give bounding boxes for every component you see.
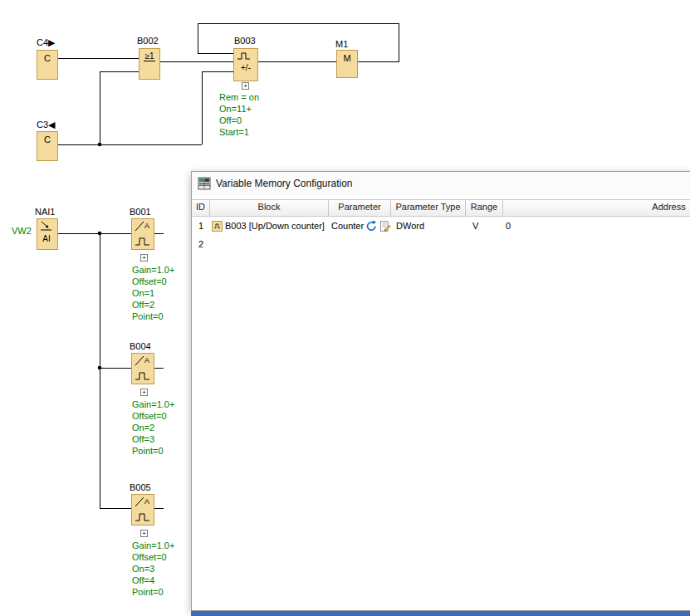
expand-toggle-b004[interactable]: + (140, 389, 148, 396)
block-parameter-text: Off=0 (219, 115, 259, 126)
pin-address-vw2: VW2 (12, 226, 32, 236)
block-nai1-analog-input[interactable]: AI (37, 218, 58, 250)
cell-parameter: Counter (329, 220, 391, 232)
block-b003-updown-counter[interactable]: +/- (233, 48, 258, 81)
block-parameter-text: Gain=1.0+ (132, 398, 174, 410)
block-label-b002: B002 (137, 36, 159, 46)
block-parameter-text: On=11+ (219, 103, 259, 115)
svg-text:A: A (144, 222, 149, 230)
block-label-b005: B005 (130, 482, 151, 492)
table-row[interactable]: 2 (192, 235, 690, 253)
block-parameter-text: Rem = on (219, 91, 259, 103)
edit-icon[interactable] (379, 220, 391, 232)
parameters-b001: Gain=1.0+ Offset=0 On=1 Off=2 Point=0 (132, 264, 174, 322)
block-parameter-text: On=3 (132, 563, 174, 574)
block-parameter-text: Gain=1.0+ (132, 264, 174, 276)
block-parameter-text: Offset=0 (132, 551, 174, 563)
block-parameter-text: Off=4 (132, 574, 174, 586)
block-parameter-text: On=1 (132, 287, 174, 299)
block-label-b004: B004 (130, 341, 151, 351)
refresh-icon[interactable] (365, 220, 377, 232)
dialog-title: Variable Memory Configuration (216, 178, 353, 189)
block-parameter-text: Start=1 (219, 126, 259, 138)
cursor-key-symbol: C (44, 134, 51, 144)
column-header-parameter-type[interactable]: Parameter Type (391, 200, 466, 216)
block-b002-or-gate[interactable]: ≥1 (139, 48, 160, 80)
block-parameter-text: Point=0 (132, 310, 174, 322)
or-gate-symbol: ≥1 (144, 51, 154, 61)
analog-input-icon: AI (37, 219, 57, 249)
block-parameter-text: Offset=0 (132, 276, 174, 287)
parameters-b004: Gain=1.0+ Offset=0 On=2 Off=3 Point=0 (132, 398, 174, 457)
table-row[interactable]: 1 B003 [Up/Down counter] Counter (192, 217, 690, 235)
column-header-parameter[interactable]: Parameter (329, 200, 391, 216)
column-header-address[interactable]: Address (503, 200, 690, 216)
cell-address[interactable]: 0 (503, 221, 690, 231)
analog-threshold-icon: A (132, 354, 154, 384)
analog-threshold-icon: A (132, 495, 154, 525)
parameters-b005: Gain=1.0+ Offset=0 On=3 Off=4 Point=0 (132, 540, 174, 598)
variable-memory-icon (198, 177, 211, 190)
block-label-nai1: NAI1 (35, 207, 55, 217)
cell-range: V (466, 221, 503, 231)
parameters-b003: Rem = on On=11+ Off=0 Start=1 (219, 91, 259, 138)
block-parameter-text: Off=3 (132, 433, 174, 445)
block-c4-cursor-key[interactable]: C (37, 50, 58, 80)
block-b005-analog-threshold-trigger[interactable]: A (131, 494, 154, 526)
cell-block: B003 [Up/Down counter] (210, 221, 329, 232)
block-m1-flag[interactable]: M (336, 50, 358, 78)
cursor-key-symbol: C (44, 53, 51, 63)
analog-threshold-icon: A (132, 219, 154, 249)
variable-memory-config-window: Variable Memory Configuration ID Block P… (191, 171, 690, 611)
block-b001-analog-threshold-trigger[interactable]: A (131, 218, 154, 250)
block-b004-analog-threshold-trigger[interactable]: A (131, 353, 154, 384)
dialog-titlebar[interactable]: Variable Memory Configuration (192, 172, 690, 195)
flag-symbol: M (343, 53, 350, 63)
cell-id: 1 (192, 221, 210, 231)
cell-parameter-text: Counter (331, 221, 364, 231)
block-parameter-text: Point=0 (132, 445, 174, 457)
table-header: ID Block Parameter Parameter Type Range … (192, 199, 690, 217)
mini-block-icon (212, 221, 223, 232)
block-c3-cursor-key[interactable]: C (37, 131, 58, 161)
expand-toggle-b003[interactable]: + (242, 82, 249, 90)
block-parameter-text: Offset=0 (132, 410, 174, 422)
svg-text:+/-: +/- (241, 63, 251, 72)
window-bottom-edge (191, 611, 690, 616)
column-header-id[interactable]: ID (192, 200, 210, 216)
block-parameter-text: Off=2 (132, 299, 174, 310)
block-parameter-text: Gain=1.0+ (132, 540, 174, 551)
expand-toggle-b005[interactable]: + (140, 530, 148, 537)
block-parameter-text: Point=0 (132, 586, 174, 598)
expand-toggle-b001[interactable]: + (140, 254, 148, 262)
block-label-c3: C3◀ (37, 120, 56, 130)
updown-counter-icon: +/- (234, 49, 257, 79)
block-label-m1: M1 (335, 39, 348, 49)
cell-id: 2 (192, 239, 210, 249)
block-label-c4: C4▶ (37, 37, 56, 48)
block-label-b003: B003 (234, 36, 256, 46)
column-header-block[interactable]: Block (210, 200, 329, 216)
svg-text:AI: AI (42, 234, 50, 243)
svg-text:A: A (144, 356, 149, 364)
cell-block-text: B003 [Up/Down counter] (225, 221, 325, 231)
block-label-b001: B001 (130, 207, 151, 217)
cell-parameter-type: DWord (391, 221, 466, 231)
table-body: 1 B003 [Up/Down counter] Counter (192, 217, 690, 253)
column-header-range[interactable]: Range (466, 200, 503, 216)
svg-text:A: A (144, 497, 149, 506)
block-parameter-text: On=2 (132, 422, 174, 433)
